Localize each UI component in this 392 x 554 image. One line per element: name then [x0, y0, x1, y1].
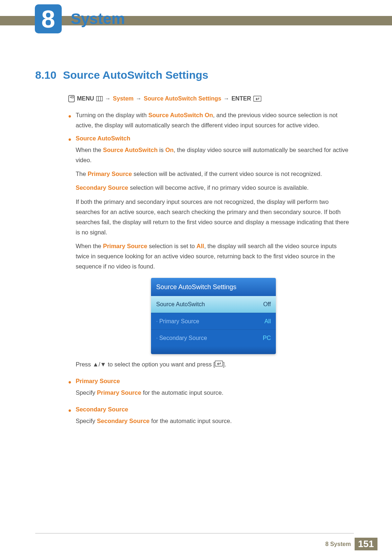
term: Secondary Source	[75, 184, 128, 191]
svg-rect-6	[253, 96, 261, 101]
osd-row[interactable]: ·Primary Source All	[151, 313, 276, 329]
subheading: Primary Source	[75, 376, 351, 386]
text: When the	[75, 243, 103, 249]
chapter-number-badge: 8	[35, 4, 62, 33]
osd-label: Source AutoSwitch	[156, 299, 205, 309]
chapter-title: System	[71, 10, 125, 28]
enter-label: ENTER	[232, 94, 251, 103]
term: On	[165, 147, 173, 153]
osd-row[interactable]: ·Secondary Source PC	[151, 329, 276, 346]
osd-title: Source AutoSwitch Settings	[151, 278, 276, 296]
intro-text: Turning on the display with Source AutoS…	[75, 110, 351, 130]
section-title: Source AutoSwitch Settings	[63, 69, 208, 81]
osd-label: ·Primary Source	[156, 316, 199, 326]
term: Primary Source	[97, 389, 141, 396]
menu-label: MENU	[77, 94, 94, 103]
page-number: 151	[355, 538, 377, 550]
secondary-source-section: • Secondary Source Specify Secondary Sou…	[68, 404, 351, 430]
text: for the automatic input source.	[150, 418, 232, 424]
bullet-icon: •	[68, 406, 71, 430]
svg-point-1	[70, 97, 71, 98]
subheading: Secondary Source	[75, 404, 351, 414]
osd-value: All	[264, 316, 271, 326]
menu-grid-icon	[96, 96, 103, 101]
subheading: Source AutoSwitch	[75, 133, 351, 143]
text: Secondary Source	[159, 335, 207, 341]
path-arrow: →	[224, 94, 229, 103]
term: All	[196, 243, 204, 249]
text: selection will become active, if no prim…	[128, 184, 309, 191]
svg-rect-7	[215, 361, 223, 366]
osd-value: PC	[263, 333, 271, 343]
footer-label: 8 System	[325, 541, 351, 547]
paragraph: When the Source AutoSwitch is On, the di…	[75, 145, 351, 165]
section-heading: 8.10Source AutoSwitch Settings	[35, 69, 208, 81]
text: Specify	[75, 389, 97, 396]
intro-bullet: • Turning on the display with Source Aut…	[68, 110, 351, 130]
text: Turning on the display with	[75, 112, 148, 118]
bullet-icon: •	[68, 378, 71, 401]
paragraph: Secondary Source selection will become a…	[75, 182, 351, 193]
source-autoswitch-section: • Source AutoSwitch When the Source Auto…	[68, 133, 351, 373]
term: Secondary Source	[97, 418, 150, 424]
svg-rect-3	[97, 96, 103, 101]
content-area: MENU → System → Source AutoSwitch Settin…	[68, 94, 351, 432]
section-number: 8.10	[35, 69, 56, 81]
footer-rule	[35, 533, 354, 534]
paragraph: If both the primary and secondary input …	[75, 197, 351, 237]
text: selection is set to	[147, 243, 197, 249]
text: Specify	[75, 418, 97, 424]
bullet-icon: •	[68, 135, 71, 373]
bullet-icon: •	[68, 112, 71, 130]
press-instruction: Press ▲/▼ to select the option you want …	[75, 359, 351, 369]
path-arrow: →	[136, 94, 142, 103]
text: ].	[223, 361, 226, 368]
osd-value: Off	[263, 299, 271, 309]
text: selection will be activated, if the curr…	[132, 171, 322, 177]
primary-source-section: • Primary Source Specify Primary Source …	[68, 376, 351, 401]
remote-icon	[68, 95, 75, 102]
text: Press ▲/▼ to select the option you want …	[75, 361, 215, 368]
term: Primary Source	[87, 171, 132, 177]
path-arrow: →	[105, 94, 111, 103]
text: for the automatic input source.	[141, 389, 224, 396]
text: is	[158, 147, 165, 153]
term: Source AutoSwitch On	[148, 112, 213, 118]
text: When the	[75, 147, 103, 153]
path-system: System	[113, 94, 134, 103]
page-footer: 8 System 151	[325, 538, 377, 550]
paragraph: Specify Primary Source for the automatic…	[75, 387, 351, 398]
osd-panel: Source AutoSwitch Settings Source AutoSw…	[151, 278, 276, 354]
path-setting: Source AutoSwitch Settings	[144, 94, 221, 103]
term: Source AutoSwitch	[103, 147, 158, 153]
paragraph: When the Primary Source selection is set…	[75, 241, 351, 271]
text: Primary Source	[159, 318, 199, 324]
svg-rect-2	[72, 97, 73, 98]
text: The	[75, 171, 87, 177]
menu-path: MENU → System → Source AutoSwitch Settin…	[68, 94, 351, 103]
paragraph: Specify Secondary Source for the automat…	[75, 416, 351, 426]
paragraph: The Primary Source selection will be act…	[75, 169, 351, 179]
osd-row-selected[interactable]: Source AutoSwitch Off	[151, 296, 276, 312]
term: Primary Source	[103, 243, 147, 249]
enter-icon	[253, 96, 261, 102]
chapter-number: 8	[41, 7, 55, 31]
osd-label: ·Secondary Source	[156, 333, 207, 343]
osd-footer	[151, 346, 276, 354]
enter-icon	[215, 361, 223, 366]
